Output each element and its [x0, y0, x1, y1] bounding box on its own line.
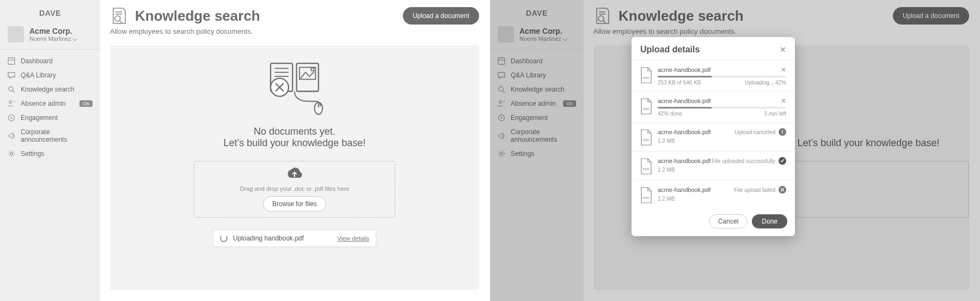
brand-title: DAVE: [490, 5, 584, 23]
org-user-name: Noemi Martinez: [29, 35, 71, 42]
settings-icon: [498, 150, 505, 158]
sidebar-item-absence[interactable]: Absence admin On: [0, 97, 100, 111]
file-dropzone[interactable]: Drag and drop your .doc or .pdf files he…: [194, 161, 395, 218]
svg-point-8: [10, 153, 13, 155]
sidebar-item-dashboard[interactable]: Dashboard: [0, 54, 100, 68]
absence-icon: [498, 100, 505, 107]
svg-point-7: [11, 117, 13, 119]
sidebar-item-label: Engagement: [21, 114, 58, 122]
success-status-icon: [779, 157, 786, 165]
sidebar: DAVE Acme Corp. Noemi Martinez Dashboard…: [0, 0, 100, 301]
file-status: File upload failed: [734, 187, 775, 193]
svg-point-34: [500, 153, 503, 155]
sidebar-item-announce[interactable]: Corporate announcements: [0, 125, 100, 147]
file-name: acme-handbook.pdf: [658, 129, 735, 135]
sidebar-item-label: Dashboard: [21, 57, 53, 65]
file-status: Uploading... 42%: [745, 80, 786, 86]
upload-document-button[interactable]: Upload a document: [403, 7, 479, 25]
sidebar: DAVE Acme Corp. Noemi Martinez Dashboard…: [490, 0, 584, 301]
file-progress-text: 42% done: [658, 111, 682, 117]
svg-point-2: [9, 87, 13, 91]
main: Knowledge search Upload a document Allow…: [100, 0, 490, 301]
svg-text:PDF: PDF: [643, 196, 650, 200]
svg-rect-26: [498, 58, 505, 64]
cancel-upload-icon[interactable]: ✕: [781, 66, 786, 74]
sidebar-item-knowledge[interactable]: Knowledge search: [0, 82, 100, 97]
sidebar-item-settings[interactable]: Settings: [0, 147, 100, 161]
search-icon: [498, 86, 505, 93]
sidebar-item-label: Settings: [21, 150, 44, 158]
svg-point-9: [9, 151, 15, 157]
spinner-icon: [220, 234, 228, 242]
dropzone-text: Drag and drop your .doc or .pdf files he…: [240, 185, 350, 192]
svg-point-4: [9, 101, 12, 104]
pdf-file-icon: PDF: [640, 98, 652, 115]
svg-line-3: [13, 91, 15, 93]
sidebar-item-engagement[interactable]: Engagement: [490, 111, 584, 125]
sidebar-item-engagement[interactable]: Engagement: [0, 111, 100, 125]
org-user-menu[interactable]: Noemi Martinez: [29, 35, 77, 42]
sidebar-item-knowledge[interactable]: Knowledge search: [490, 82, 584, 97]
cancel-upload-icon[interactable]: ✕: [781, 97, 786, 105]
sidebar-item-label: Knowledge search: [21, 86, 75, 93]
upload-details-modal: Upload details ✕ PDF acme-handbook.pdf✕ …: [632, 37, 795, 236]
page-header: Knowledge search Upload a document: [593, 7, 969, 25]
empty-state-illustration: [265, 58, 324, 118]
sidebar-item-announce[interactable]: Corporate announcements: [490, 125, 584, 147]
uploading-toast: Uploading handbook.pdf View details: [213, 230, 376, 247]
close-icon[interactable]: ✕: [780, 45, 786, 54]
sidebar-item-label: Dashboard: [511, 57, 543, 65]
svg-line-29: [503, 91, 505, 93]
sidebar-item-dashboard[interactable]: Dashboard: [490, 54, 584, 68]
upload-row: PDF acme-handbook.pdf✕ 253 KB of 546 KBU…: [632, 61, 795, 92]
org-logo: [8, 26, 24, 43]
upload-row: PDF acme-handbook.pdfUpload canceled! 1.…: [632, 123, 795, 152]
pdf-file-icon: PDF: [640, 67, 652, 83]
empty-state-subtitle: Let’s build your knowledge base!: [798, 137, 940, 149]
file-name: acme-handbook.pdf: [658, 67, 777, 73]
svg-text:PDF: PDF: [643, 76, 650, 80]
browse-files-button[interactable]: Browse for files: [263, 196, 326, 212]
file-size: 1.2 MB: [658, 196, 786, 202]
view-details-link[interactable]: View details: [338, 235, 370, 242]
screen-empty: DAVE Acme Corp. Noemi Martinez Dashboard…: [0, 0, 490, 301]
nav: Dashboard Q&A Library Knowledge search A…: [0, 54, 100, 161]
cancel-button[interactable]: Cancel: [709, 214, 748, 228]
upload-row: PDF acme-handbook.pdf✕ 42% done3 min lef…: [632, 92, 795, 123]
file-status: 3 min left: [764, 111, 786, 117]
svg-point-28: [499, 87, 503, 91]
svg-rect-0: [8, 58, 15, 64]
knowledge-page-icon: [110, 7, 128, 25]
screen-modal: DAVE Acme Corp. Noemi Martinez Dashboard…: [490, 0, 980, 301]
uploading-toast-text: Uploading handbook.pdf: [233, 234, 304, 242]
announcement-icon: [498, 132, 505, 140]
done-button[interactable]: Done: [752, 214, 787, 228]
sidebar-item-label: Knowledge search: [511, 86, 565, 93]
org-user-menu[interactable]: Noemi Martinez: [519, 35, 567, 42]
info-status-icon: !: [779, 128, 786, 136]
absence-icon: [8, 100, 15, 107]
sidebar-item-qa[interactable]: Q&A Library: [0, 68, 100, 82]
sidebar-badge: On: [563, 100, 576, 107]
upload-progress: [658, 76, 786, 77]
modal-footer: Cancel Done: [632, 209, 795, 236]
org-block: Acme Corp. Noemi Martinez: [0, 23, 100, 50]
sidebar-item-label: Engagement: [511, 114, 548, 122]
qa-icon: [498, 71, 505, 79]
sidebar-item-qa[interactable]: Q&A Library: [490, 68, 584, 82]
upload-row: PDF acme-handbook.pdfFile upload failed …: [632, 180, 795, 209]
file-name: acme-handbook.pdf: [658, 98, 777, 104]
file-dropzone[interactable]: [768, 161, 969, 218]
sidebar-item-label: Absence admin: [511, 100, 556, 107]
empty-state-title: No documents yet.: [254, 126, 335, 137]
sidebar-item-settings[interactable]: Settings: [490, 147, 584, 161]
page-title: Knowledge search: [135, 8, 396, 25]
svg-point-30: [499, 101, 502, 104]
nav: Dashboard Q&A Library Knowledge search A…: [490, 54, 584, 161]
page-subtitle: Allow employees to search policy documen…: [110, 27, 479, 35]
svg-point-38: [598, 16, 604, 21]
home-icon: [8, 57, 15, 65]
pdf-file-icon: PDF: [640, 129, 652, 146]
sidebar-item-absence[interactable]: Absence adminOn: [490, 97, 584, 111]
upload-document-button[interactable]: Upload a document: [893, 7, 969, 25]
